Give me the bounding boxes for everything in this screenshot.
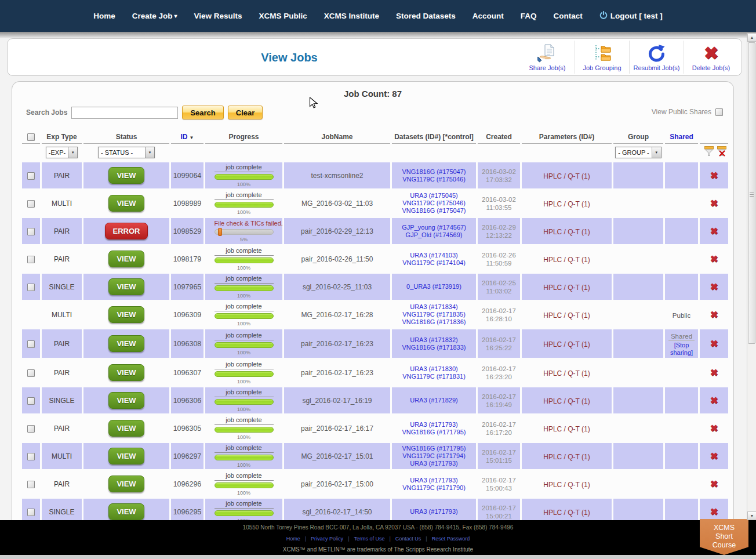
view-button[interactable]: VIEW <box>108 167 144 184</box>
dataset-link[interactable]: URA3 (#175045) <box>394 192 474 199</box>
dataset-link[interactable]: GJP_young (#174567) <box>394 224 474 231</box>
delete-job-icon[interactable]: ✖ <box>710 395 718 405</box>
resubmit-jobs-button[interactable]: Resubmit Job(s) <box>629 41 684 74</box>
view-public-shares-checkbox[interactable] <box>715 108 723 116</box>
row-checkbox[interactable] <box>27 200 35 208</box>
row-checkbox[interactable] <box>27 425 35 433</box>
clear-button[interactable]: Clear <box>228 106 263 119</box>
stop-sharing-link[interactable]: [Stop sharing] <box>667 342 696 357</box>
parameters-link[interactable]: HPLC / Q-T (1) <box>543 425 590 433</box>
view-button[interactable]: VIEW <box>108 278 144 295</box>
dataset-link[interactable]: VNG1179C (#174104) <box>394 259 474 267</box>
group-filter[interactable]: - GROUP -▼ <box>615 147 662 158</box>
dataset-link[interactable]: URA3 (#171829) <box>394 397 474 404</box>
delete-job-icon[interactable]: ✖ <box>710 226 718 236</box>
row-checkbox[interactable] <box>27 284 35 291</box>
dataset-link[interactable]: VNG1816G (#171836) <box>394 318 474 326</box>
row-checkbox[interactable] <box>27 481 35 488</box>
scrollbar-thumb[interactable] <box>748 42 755 344</box>
dataset-link[interactable]: URA3 (#171793) <box>394 421 474 429</box>
dataset-link[interactable]: URA3 (#171834) <box>394 303 474 311</box>
dataset-link[interactable]: VNG1179C (#171835) <box>394 311 474 318</box>
dataset-link[interactable]: VNG1816G (#175047) <box>394 207 474 215</box>
share-jobs-button[interactable]: Share Job(s) <box>520 41 575 74</box>
view-button[interactable]: VIEW <box>108 420 144 437</box>
dataset-link[interactable]: VNG1179C (#175046) <box>394 199 474 207</box>
parameters-link[interactable]: HPLC / Q-T (1) <box>543 509 590 517</box>
nav-item-stored-datasets[interactable]: Stored Datasets <box>396 12 456 20</box>
dataset-link[interactable]: VNG1179C (#175046) <box>394 176 474 183</box>
dataset-link[interactable]: URA3 (#174103) <box>394 252 474 259</box>
delete-job-icon[interactable]: ✖ <box>710 339 718 349</box>
view-button[interactable]: VIEW <box>108 364 144 381</box>
row-checkbox[interactable] <box>27 397 35 405</box>
dataset-link[interactable]: VNG1179C (#171790) <box>394 484 474 492</box>
parameters-link[interactable]: HPLC / Q-T (1) <box>543 453 590 461</box>
dataset-link[interactable]: VNG1816G (#171833) <box>394 344 474 351</box>
scroll-down-button[interactable]: ▼ <box>747 511 756 520</box>
vertical-scrollbar[interactable]: ▲ ▼ <box>747 33 756 520</box>
delete-jobs-button[interactable]: ✖ Delete Job(s) <box>684 41 738 74</box>
dataset-link[interactable]: URA3 (#171830) <box>394 365 474 373</box>
logout-button[interactable]: Logout [ test ] <box>599 11 663 21</box>
dataset-link[interactable]: 0_URA3 (#173919) <box>394 283 474 291</box>
nav-item-view-results[interactable]: View Results <box>194 12 242 20</box>
error-button[interactable]: ERROR <box>105 223 148 239</box>
parameters-link[interactable]: HPLC / Q-T (1) <box>543 284 590 292</box>
view-button[interactable]: VIEW <box>108 503 144 520</box>
dataset-link[interactable]: URA3 (#171832) <box>394 336 474 344</box>
row-checkbox[interactable] <box>27 228 35 235</box>
apply-filter-icon[interactable] <box>704 146 714 159</box>
scroll-up-button[interactable]: ▲ <box>747 33 756 42</box>
clear-filter-icon[interactable] <box>717 146 726 159</box>
dataset-link[interactable]: URA3 (#171793) <box>394 477 474 484</box>
view-button[interactable]: VIEW <box>108 335 144 352</box>
search-input[interactable] <box>71 107 178 119</box>
dataset-link[interactable]: URA3 (#171793) <box>394 460 474 467</box>
parameters-link[interactable]: HPLC / Q-T (1) <box>543 481 590 489</box>
footer-link-privacy-policy[interactable]: Privacy Policy <box>311 536 343 542</box>
view-button[interactable]: VIEW <box>108 306 144 323</box>
delete-job-icon[interactable]: ✖ <box>710 368 718 377</box>
parameters-link[interactable]: HPLC / Q-T (1) <box>543 311 590 320</box>
view-button[interactable]: VIEW <box>108 251 144 267</box>
dataset-link[interactable]: VNG1816G (#175047) <box>394 168 474 176</box>
dataset-link[interactable]: VNG1179C (#171831) <box>394 373 474 380</box>
nav-item-xcms-institute[interactable]: XCMS Institute <box>324 12 379 20</box>
col-id-sort[interactable]: ID▼ <box>171 131 203 144</box>
dataset-link[interactable]: VNG1816G (#171795) <box>394 445 474 452</box>
exp-type-filter[interactable]: -EXP-▼ <box>46 147 78 158</box>
footer-link-contact-us[interactable]: Contact Us <box>395 536 421 542</box>
view-button[interactable]: VIEW <box>108 195 144 212</box>
nav-item-create-job[interactable]: Create Job▾ <box>132 12 177 20</box>
row-checkbox[interactable] <box>27 256 35 263</box>
nav-item-account[interactable]: Account <box>472 12 504 20</box>
nav-item-home[interactable]: Home <box>93 12 115 20</box>
row-checkbox[interactable] <box>27 509 35 516</box>
dataset-link[interactable]: URA3 (#171793) <box>394 508 474 516</box>
dataset-link[interactable]: VNG1179C (#171794) <box>394 452 474 460</box>
parameters-link[interactable]: HPLC / Q-T (1) <box>543 172 590 180</box>
col-shared[interactable]: Shared <box>665 131 698 144</box>
footer-link-reset-password[interactable]: Reset Password <box>432 536 470 542</box>
job-grouping-button[interactable]: Job Grouping <box>575 41 629 74</box>
nav-item-faq[interactable]: FAQ <box>521 12 537 20</box>
delete-job-icon[interactable]: ✖ <box>710 282 718 292</box>
footer-link-terms-of-use[interactable]: Terms of Use <box>354 536 384 542</box>
row-checkbox[interactable] <box>27 340 35 348</box>
dataset-link[interactable]: VNG1816G (#171795) <box>394 429 474 436</box>
delete-job-icon[interactable]: ✖ <box>710 254 718 264</box>
delete-job-icon[interactable]: ✖ <box>710 451 718 461</box>
parameters-link[interactable]: HPLC / Q-T (1) <box>543 369 590 377</box>
row-checkbox[interactable] <box>27 172 35 180</box>
delete-job-icon[interactable]: ✖ <box>710 198 718 208</box>
delete-job-icon[interactable]: ✖ <box>710 479 718 489</box>
nav-item-xcms-public[interactable]: XCMS Public <box>259 12 307 20</box>
delete-job-icon[interactable]: ✖ <box>710 507 718 517</box>
row-checkbox[interactable] <box>27 369 35 377</box>
status-filter[interactable]: - STATUS -▼ <box>98 147 155 158</box>
footer-link-home[interactable]: Home <box>286 536 300 542</box>
view-button[interactable]: VIEW <box>108 475 144 492</box>
parameters-link[interactable]: HPLC / Q-T (1) <box>543 340 590 349</box>
select-all-checkbox[interactable] <box>27 133 35 141</box>
